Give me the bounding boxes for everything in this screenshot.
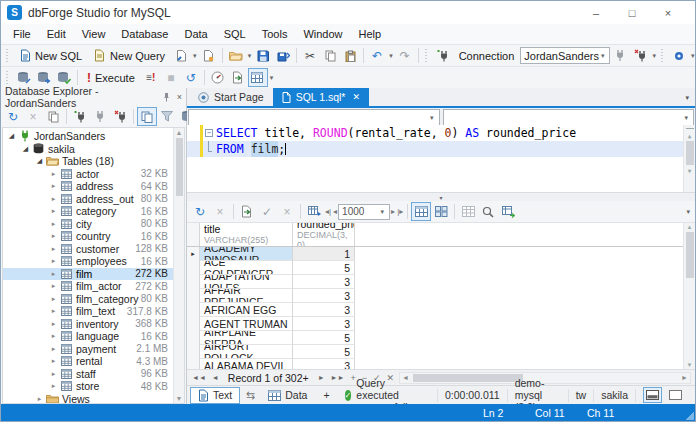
grid-row[interactable]: ACE GOLDFINGER5 bbox=[187, 261, 683, 275]
grid-cell-rounded-price[interactable]: 5 bbox=[293, 261, 355, 275]
row-selector-cell[interactable] bbox=[187, 331, 200, 345]
menu-sql[interactable]: SQL bbox=[216, 26, 254, 42]
new-query-button[interactable]: New Query bbox=[88, 46, 171, 65]
save-button[interactable] bbox=[253, 46, 273, 65]
grid-cell-rounded-price[interactable]: 5 bbox=[293, 331, 355, 345]
tree-expander-icon[interactable]: ▸ bbox=[34, 395, 45, 403]
tree-item-actor[interactable]: ▸actor32 KB bbox=[3, 168, 184, 181]
close-tab-icon[interactable]: ✕ bbox=[350, 92, 360, 102]
tree-expander-icon[interactable]: ▸ bbox=[48, 307, 59, 315]
grid-row[interactable]: ADAPTATION HOLES3 bbox=[187, 275, 683, 289]
tree-item-film-actor[interactable]: ▸film_actor272 KB bbox=[3, 280, 184, 293]
tree-expander-icon[interactable]: ▸ bbox=[48, 195, 59, 203]
tree-item-sakila[interactable]: ◢sakila bbox=[3, 143, 184, 156]
find-in-grid-button[interactable] bbox=[478, 202, 498, 221]
disconnect-button[interactable] bbox=[630, 46, 650, 65]
refresh-results-button[interactable]: ↻ bbox=[190, 202, 210, 221]
open-file-button[interactable] bbox=[226, 46, 246, 65]
menu-help[interactable]: Help bbox=[351, 26, 390, 42]
tree-expander-icon[interactable]: ▸ bbox=[48, 170, 59, 178]
undo-dropdown[interactable]: ▾ bbox=[387, 52, 395, 60]
tree-expander-icon[interactable]: ▸ bbox=[48, 182, 59, 190]
grid-cell-rounded-price[interactable]: 5 bbox=[293, 345, 355, 359]
grid-corner-cell[interactable] bbox=[187, 223, 200, 246]
results-bottom-layout-button[interactable] bbox=[643, 387, 662, 403]
fold-collapse-icon[interactable]: − bbox=[203, 125, 216, 141]
tree-item-address[interactable]: ▸address64 KB bbox=[3, 180, 184, 193]
menu-file[interactable]: File bbox=[5, 26, 39, 42]
results-toolbar-overflow[interactable]: ▾ bbox=[684, 208, 692, 216]
tree-item-store[interactable]: ▸store48 KB bbox=[3, 380, 184, 393]
next-record-button[interactable]: ► bbox=[315, 374, 328, 381]
save-all-button[interactable] bbox=[273, 46, 293, 65]
tab-sql1[interactable]: SQL 1.sql*✕ bbox=[273, 88, 369, 106]
export-data-button[interactable] bbox=[237, 202, 257, 221]
tree-item-payment[interactable]: ▸payment2.1 MB bbox=[3, 343, 184, 356]
splitter-handle[interactable] bbox=[686, 128, 694, 129]
tree-expander-icon[interactable]: ▸ bbox=[48, 245, 59, 253]
column-header-title[interactable]: title VARCHAR(255) bbox=[200, 223, 293, 246]
row-selector-cell[interactable] bbox=[187, 261, 200, 275]
menu-tools[interactable]: Tools bbox=[254, 26, 296, 42]
tree-item-film[interactable]: ▸film272 KB bbox=[3, 268, 184, 281]
undo-button[interactable]: ↶ bbox=[367, 46, 387, 65]
object-combobox[interactable]: ▾ bbox=[443, 109, 695, 126]
redo-button[interactable]: ↷ bbox=[395, 46, 415, 65]
filter-button[interactable] bbox=[157, 107, 177, 126]
sql-editor[interactable]: −SELECT title, ROUND(rental_rate, 0) AS … bbox=[187, 125, 695, 193]
row-selector-cell[interactable] bbox=[187, 289, 200, 303]
tab-list-dropdown[interactable]: ▾ bbox=[685, 94, 695, 106]
grid-cell-title[interactable]: AGENT TRUMAN bbox=[200, 317, 293, 331]
maximize-button[interactable]: □ bbox=[625, 7, 639, 19]
tree-expander-icon[interactable]: ▸ bbox=[48, 295, 59, 303]
open-file-dropdown[interactable]: ▾ bbox=[246, 52, 254, 60]
first-page-button[interactable]: ◂| bbox=[324, 207, 332, 216]
tree-expander-icon[interactable]: ▸ bbox=[48, 220, 59, 228]
menu-view[interactable]: View bbox=[74, 26, 114, 42]
new-connection-button[interactable] bbox=[70, 107, 90, 126]
delete-button[interactable]: × bbox=[23, 107, 43, 126]
connect-button[interactable] bbox=[610, 46, 630, 65]
tree-item-staff[interactable]: ▸staff96 KB bbox=[3, 368, 184, 381]
toolbar-grip[interactable] bbox=[425, 49, 430, 63]
tree-expander-icon[interactable]: ▸ bbox=[48, 357, 59, 365]
show-documents-button[interactable] bbox=[137, 107, 157, 126]
row-selector-cell[interactable] bbox=[187, 303, 200, 317]
disconnect-button[interactable] bbox=[110, 107, 130, 126]
grid-view-button[interactable] bbox=[411, 202, 431, 221]
new-window-button[interactable] bbox=[199, 46, 219, 65]
row-selector-cell[interactable] bbox=[187, 275, 200, 289]
grid-cell-title[interactable]: ALABAMA DEVIL bbox=[200, 359, 293, 369]
toolbar-grip[interactable] bbox=[661, 49, 666, 63]
page-size-combobox[interactable]: 1000▾ bbox=[338, 204, 390, 220]
code-line-1[interactable]: −SELECT title, ROUND(rental_rate, 0) AS … bbox=[187, 125, 695, 141]
last-record-button[interactable]: ►► bbox=[328, 374, 348, 381]
results-right-layout-button[interactable] bbox=[666, 387, 685, 403]
grid-cell-rounded-price[interactable]: 3 bbox=[293, 317, 355, 331]
prev-record-button[interactable]: ◄ bbox=[209, 374, 222, 381]
grid-row[interactable]: AIRPLANE SIERRA5 bbox=[187, 331, 683, 345]
card-view-button[interactable] bbox=[431, 202, 451, 221]
new-document-button[interactable] bbox=[171, 46, 191, 65]
grid-row[interactable]: AGENT TRUMAN3 bbox=[187, 317, 683, 331]
security-manager-button[interactable] bbox=[669, 46, 689, 65]
paging-button[interactable] bbox=[458, 202, 478, 221]
add-result-tab-button[interactable]: + bbox=[315, 387, 337, 403]
row-selector-cell[interactable] bbox=[187, 345, 200, 359]
new-document-dropdown[interactable]: ▾ bbox=[191, 52, 199, 60]
tree-expander-icon[interactable]: ▸ bbox=[48, 207, 59, 215]
grid-scrollbar[interactable]: ▲▼ bbox=[683, 223, 695, 369]
tree-item-category[interactable]: ▸category16 KB bbox=[3, 205, 184, 218]
apply-changes-button[interactable]: ✓ bbox=[257, 202, 277, 221]
last-page-button[interactable]: |▸ bbox=[396, 207, 404, 216]
menu-window[interactable]: Window bbox=[295, 26, 350, 42]
pin-icon[interactable] bbox=[162, 92, 171, 102]
grid-cell-title[interactable]: ACADEMY DINOSAUR bbox=[200, 247, 293, 261]
tab-text[interactable]: Text bbox=[190, 387, 240, 404]
new-sql-button[interactable]: New SQL bbox=[14, 46, 88, 65]
tree-item-customer[interactable]: ▸customer128 KB bbox=[3, 243, 184, 256]
tree-expander-icon[interactable]: ◢ bbox=[34, 157, 45, 165]
menu-database[interactable]: Database bbox=[113, 26, 176, 42]
menu-data[interactable]: Data bbox=[176, 26, 215, 42]
tree-expander-icon[interactable]: ▸ bbox=[48, 382, 59, 390]
